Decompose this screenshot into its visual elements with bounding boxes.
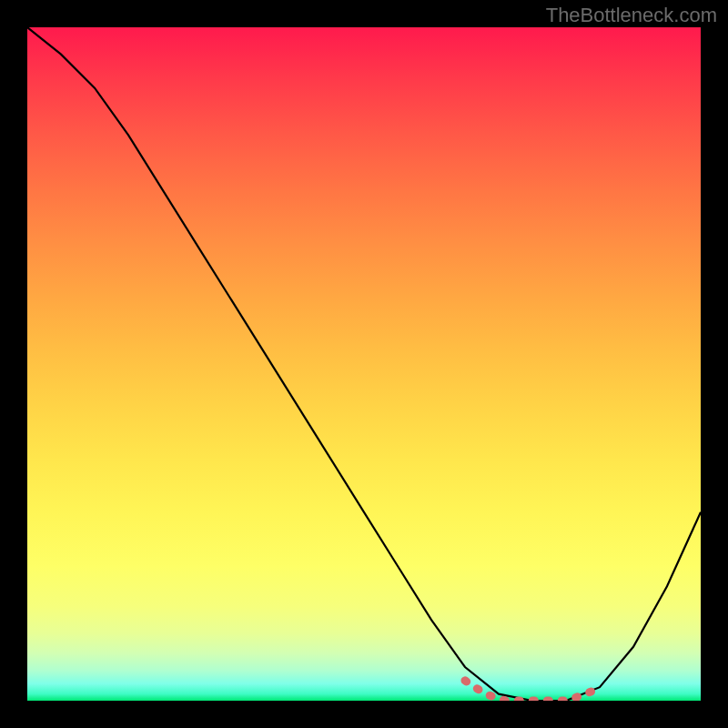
watermark-text: TheBottleneck.com <box>546 4 717 27</box>
curve-line <box>27 27 701 701</box>
chart-svg <box>27 27 701 701</box>
chart-plot-area <box>27 27 701 701</box>
